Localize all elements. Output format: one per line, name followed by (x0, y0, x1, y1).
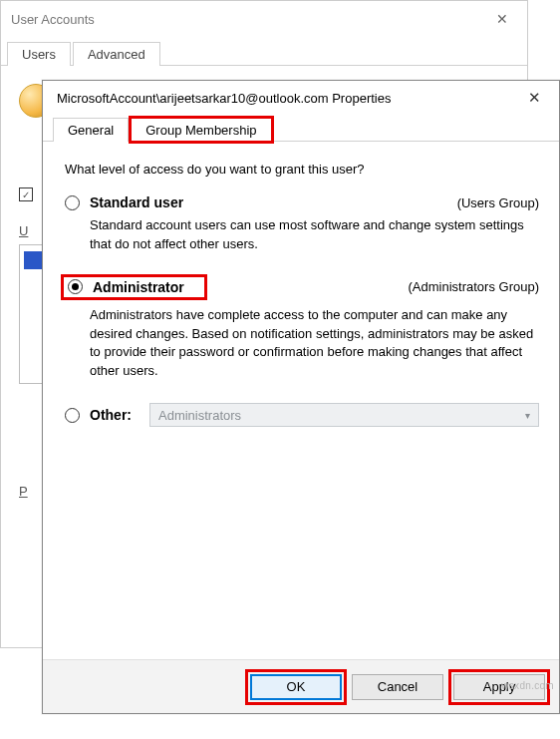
radio-other[interactable] (65, 408, 80, 423)
radio-standard[interactable] (65, 195, 80, 210)
option-standard-group: (Users Group) (457, 195, 539, 210)
dialog-footer: OK Cancel Apply (43, 659, 559, 713)
user-item-icon (24, 251, 42, 269)
close-icon[interactable]: ✕ (519, 89, 549, 107)
dialog-tabstrip: General Group Membership (43, 117, 559, 142)
dropdown-value: Administrators (158, 408, 241, 423)
admin-highlight-box: Administrator (61, 274, 207, 300)
parent-titlebar: User Accounts ✕ (1, 1, 527, 37)
radio-administrator[interactable] (68, 279, 83, 294)
parent-window-title: User Accounts (11, 12, 487, 27)
option-admin-group: (Administrators Group) (409, 279, 539, 294)
option-standard-desc: Standard account users can use most soft… (90, 216, 539, 254)
chevron-down-icon: ▾ (525, 410, 530, 421)
checkbox[interactable]: ✓ (19, 187, 33, 201)
tab-group-membership[interactable]: Group Membership (131, 118, 271, 142)
option-admin-desc: Administrators have complete access to t… (90, 306, 539, 381)
option-other-row: Other: Administrators ▾ (65, 403, 539, 427)
tab-general[interactable]: General (53, 118, 129, 142)
cancel-button[interactable]: Cancel (352, 674, 443, 700)
option-standard-label: Standard user (90, 194, 183, 210)
dialog-content: What level of access do you want to gran… (43, 142, 559, 659)
option-standard-row: Standard user (Users Group) (65, 194, 539, 210)
watermark: wsxdn.com (501, 680, 554, 691)
access-question: What level of access do you want to gran… (65, 162, 539, 177)
other-group-dropdown[interactable]: Administrators ▾ (149, 403, 539, 427)
option-admin-label: Administrator (93, 279, 184, 295)
option-other-label: Other: (90, 407, 132, 423)
parent-tabstrip: Users Advanced (1, 41, 527, 66)
close-icon[interactable]: ✕ (487, 11, 517, 27)
ok-button[interactable]: OK (250, 674, 342, 700)
tab-advanced[interactable]: Advanced (73, 42, 160, 66)
dialog-title: MicrosoftAccount\arijeetsarkar10@outlook… (57, 91, 519, 106)
dialog-titlebar: MicrosoftAccount\arijeetsarkar10@outlook… (43, 81, 559, 115)
option-admin-row: Administrator (Administrators Group) (65, 274, 539, 300)
properties-dialog: MicrosoftAccount\arijeetsarkar10@outlook… (42, 80, 560, 714)
tab-users[interactable]: Users (7, 42, 71, 66)
